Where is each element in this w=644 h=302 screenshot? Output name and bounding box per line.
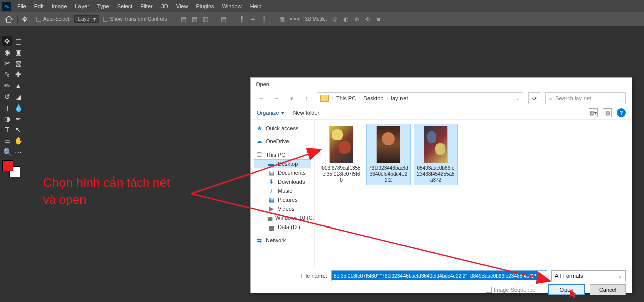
more-align-icon[interactable]: ▦ — [278, 16, 285, 23]
nav-up-button[interactable]: ↑ — [302, 93, 312, 103]
help-button[interactable]: ? — [617, 108, 626, 117]
home-icon[interactable] — [4, 15, 13, 23]
tree-onedrive[interactable]: ☁OneDrive — [254, 137, 311, 146]
file-item[interactable]: 08493aae0b66fe23468f454255a8a372 — [414, 124, 458, 185]
search-icon: ⌕ — [549, 95, 552, 101]
blur-tool[interactable]: 💧 — [13, 103, 23, 113]
tree-drive-d[interactable]: ▅Data (D:) — [254, 222, 311, 232]
patch-tool[interactable]: ✚ — [13, 69, 23, 80]
frame-tool[interactable]: ▧ — [13, 58, 23, 68]
3d-slide-icon[interactable]: ✥ — [364, 16, 371, 23]
cancel-button[interactable]: Cancel — [590, 284, 626, 295]
3d-orbit-icon[interactable]: ◎ — [331, 16, 338, 23]
menu-plugins[interactable]: Plugins — [192, 3, 218, 9]
crumb-folder[interactable]: lay-net — [391, 95, 408, 101]
file-name-combo[interactable]: ⌄ — [331, 270, 547, 281]
menu-file[interactable]: File — [13, 3, 30, 9]
brush-tool[interactable]: ✏ — [2, 81, 12, 91]
show-transform-checkbox[interactable]: Show Transform Controls — [103, 16, 167, 22]
dodge-tool[interactable]: ◑ — [2, 114, 12, 124]
folder-icon — [320, 95, 329, 102]
pen-tool[interactable]: ✒ — [13, 114, 23, 124]
lasso-tool[interactable]: ◉ — [2, 47, 12, 57]
tree-downloads[interactable]: ⬇Downloads — [254, 177, 311, 186]
distribute-h-icon[interactable]: ┇ — [238, 16, 245, 23]
3d-cam-icon[interactable]: ■ — [375, 16, 382, 23]
history-tool[interactable]: ↺ — [2, 92, 12, 102]
color-swatches[interactable] — [2, 160, 22, 178]
open-button[interactable]: Open — [548, 284, 585, 295]
menu-edit[interactable]: Edit — [30, 3, 48, 9]
preview-pane-button[interactable]: ▥ — [603, 108, 612, 117]
path-tool[interactable]: ↖ — [13, 125, 23, 135]
eyedropper-tool[interactable]: ✎ — [2, 69, 12, 80]
menu-window[interactable]: Window — [218, 3, 246, 9]
menu-help[interactable]: Help — [246, 3, 266, 9]
move-tool-icon[interactable]: ✥ — [22, 15, 28, 23]
file-name: 761f923446baefd3640efd4bdc4e22f2 — [368, 165, 409, 183]
tree-quick-access[interactable]: ★Quick access — [254, 124, 311, 133]
3d-pan-icon[interactable]: ⊕ — [353, 16, 360, 23]
align-right-icon[interactable]: ▥ — [202, 16, 209, 23]
menu-layer[interactable]: Layer — [71, 3, 93, 9]
3d-roll-icon[interactable]: ◐ — [342, 16, 349, 23]
shape-tool[interactable]: ▭ — [2, 136, 12, 146]
organize-button[interactable]: Organize▾ — [257, 110, 284, 116]
align-center-h-icon[interactable]: ▦ — [191, 16, 198, 23]
menu-type[interactable]: Type — [93, 3, 113, 9]
type-tool[interactable]: T — [2, 125, 12, 135]
menu-filter[interactable]: Filter — [136, 3, 156, 9]
nav-fwd-button[interactable]: → — [272, 93, 282, 103]
tree-videos[interactable]: ▶Videos — [254, 204, 311, 213]
gradient-tool[interactable]: ◫ — [2, 103, 12, 113]
hand-tool[interactable]: ✋ — [13, 136, 23, 146]
separator — [32, 15, 32, 23]
more-icon[interactable]: ••• — [289, 15, 301, 24]
menu-select[interactable]: Select — [113, 3, 137, 9]
crop-tool[interactable]: ✂ — [2, 58, 12, 68]
view-button[interactable]: ▤▾ — [589, 108, 598, 117]
distribute-center-icon[interactable]: ┿ — [249, 16, 256, 23]
file-item[interactable]: 003f6789caf1358ef35f018fe07f5f60 — [319, 124, 363, 185]
align-top-icon[interactable]: ▤ — [220, 16, 227, 23]
nav-back-button[interactable]: ← — [257, 93, 267, 103]
file-name-input[interactable] — [332, 271, 538, 280]
layer-select[interactable]: Layer▾ — [74, 15, 99, 23]
file-name-caret-icon[interactable]: ⌄ — [538, 271, 547, 281]
address-bar[interactable]: › This PC › Desktop › lay-net ⌄ — [317, 92, 523, 104]
distribute-v-icon[interactable]: ┇ — [260, 16, 267, 23]
nav-dropdown[interactable]: ▾ — [287, 93, 297, 103]
menu-3d[interactable]: 3D — [157, 3, 172, 9]
refresh-button[interactable]: ⟳ — [528, 92, 540, 104]
marquee-tool[interactable]: ▢ — [13, 36, 23, 46]
search-input[interactable]: ⌕ Search lay-net — [545, 92, 626, 104]
foreground-swatch[interactable] — [2, 160, 13, 171]
file-format-select[interactable]: All Formats⌄ — [551, 270, 626, 281]
zoom-tool[interactable]: 🔍 — [2, 147, 12, 157]
menu-view[interactable]: View — [172, 3, 192, 9]
new-folder-button[interactable]: New folder — [293, 110, 320, 116]
crumb-desktop[interactable]: Desktop — [363, 95, 383, 101]
menu-image[interactable]: Image — [48, 3, 71, 9]
file-thumb — [329, 126, 353, 163]
tree-desktop[interactable]: ▬Desktop — [254, 159, 311, 168]
tree-pictures[interactable]: ▦Pictures — [254, 195, 311, 204]
auto-select-checkbox[interactable]: Auto-Select: — [36, 16, 70, 22]
3d-mode-label: 3D Mode: — [305, 16, 327, 22]
tree-drive-c[interactable]: ▅Windows 10 (C:) — [254, 213, 311, 222]
crumb-caret-icon[interactable]: ⌄ — [516, 96, 520, 101]
file-item[interactable]: 761f923446baefd3640efd4bdc4e22f2 — [366, 124, 411, 185]
tree-music[interactable]: ♪Music — [254, 186, 311, 195]
tree-documents[interactable]: ▤Documents — [254, 168, 311, 177]
object-select-tool[interactable]: ▣ — [13, 47, 23, 57]
tree-thispc[interactable]: 🖵This PC — [254, 150, 311, 159]
move-tool[interactable]: ✥ — [2, 36, 12, 46]
eraser-tool[interactable]: ◪ — [13, 92, 23, 102]
crumb-thispc[interactable]: This PC — [336, 95, 356, 101]
separator — [17, 15, 18, 23]
align-left-icon[interactable]: ▤ — [180, 16, 187, 23]
tool-edit[interactable]: ⋯ — [13, 147, 23, 157]
clone-tool[interactable]: ▲ — [13, 81, 23, 91]
tree-network[interactable]: ⇆Network — [254, 236, 311, 245]
image-sequence-checkbox[interactable]: Image Sequence — [486, 287, 535, 293]
